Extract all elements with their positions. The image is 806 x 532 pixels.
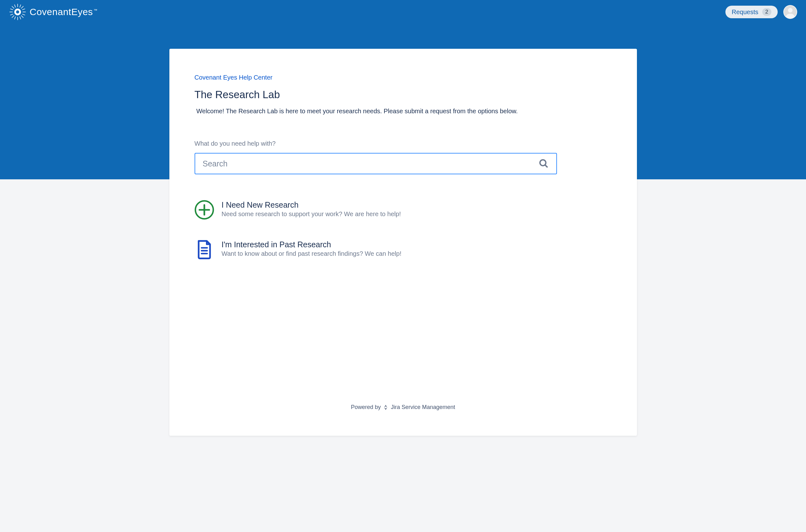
option-content: I Need New Research Need some research t…	[222, 200, 401, 218]
footer: Powered by Jira Service Management	[195, 392, 612, 411]
option-new-research[interactable]: I Need New Research Need some research t…	[195, 196, 612, 223]
document-icon	[195, 240, 214, 259]
request-options: I Need New Research Need some research t…	[195, 196, 612, 276]
search-box	[195, 153, 612, 174]
option-title: I'm Interested in Past Research	[222, 240, 401, 249]
powered-by-prefix: Powered by	[351, 404, 381, 411]
jira-icon	[383, 404, 389, 411]
main-card: Covenant Eyes Help Center The Research L…	[169, 49, 637, 436]
option-title: I Need New Research	[222, 200, 401, 210]
option-desc: Want to know about or find past research…	[222, 250, 401, 258]
welcome-text: Welcome! The Research Lab is here to mee…	[197, 108, 612, 115]
powered-by-link[interactable]: Powered by Jira Service Management	[351, 404, 455, 411]
page-wrapper: Covenant Eyes Help Center The Research L…	[0, 0, 806, 387]
search-label: What do you need help with?	[195, 140, 612, 147]
powered-by-product: Jira Service Management	[391, 404, 455, 411]
option-desc: Need some research to support your work?…	[222, 210, 401, 218]
plus-circle-icon	[195, 200, 214, 220]
option-past-research[interactable]: I'm Interested in Past Research Want to …	[195, 236, 612, 263]
page-title: The Research Lab	[195, 89, 612, 101]
search-input[interactable]	[195, 153, 557, 174]
option-content: I'm Interested in Past Research Want to …	[222, 240, 401, 258]
breadcrumb[interactable]: Covenant Eyes Help Center	[195, 74, 612, 81]
